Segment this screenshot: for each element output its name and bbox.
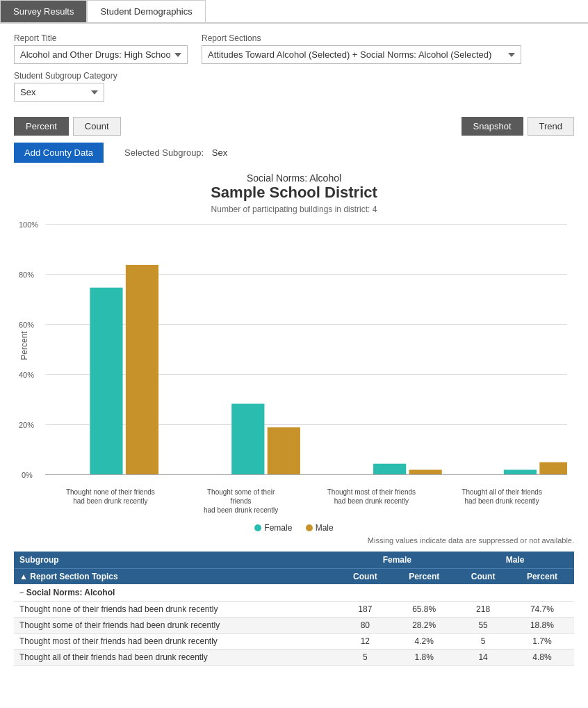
x-label-4: Thought all of their friendshad been dru… — [457, 488, 547, 515]
col-male-header: Male — [456, 552, 574, 569]
legend-male: Male — [306, 523, 334, 533]
report-section-title: Social Norms: Alcohol — [14, 172, 574, 184]
chart-area: Percent 100% 80% 60% 40% — [14, 217, 574, 516]
row2-female-pct: 28.2% — [392, 618, 456, 634]
trend-button[interactable]: Trend — [528, 117, 574, 136]
row1-male-count: 218 — [456, 602, 510, 618]
bar-group3-female — [373, 464, 406, 474]
selected-subgroup-value: Sex — [212, 147, 227, 158]
report-title-label: Report Title — [14, 33, 188, 43]
form-area: Report Title Alcohol and Other Drugs: Hi… — [0, 24, 588, 114]
report-subtitle: Number of participating buildings in dis… — [14, 204, 574, 214]
bar-group1-male — [126, 265, 158, 474]
row2-male-count: 55 — [456, 618, 510, 634]
y-label-0: 0% — [22, 471, 33, 479]
section-title-cell: − Social Norms: Alcohol — [14, 584, 574, 602]
sort-icon: ▲ — [19, 572, 28, 581]
report-district-name: Sample School District — [14, 184, 574, 202]
buttons-row: Percent Count Snapshot Trend — [0, 114, 588, 141]
collapse-icon[interactable]: − — [19, 588, 24, 597]
row2-topic: Thought some of their friends had been d… — [14, 618, 338, 634]
row2-female-count: 80 — [338, 618, 392, 634]
row3-topic: Thought most of their friends had been d… — [14, 634, 338, 650]
report-sections-label: Report Sections — [202, 33, 521, 43]
col-female-count: Count — [338, 569, 392, 585]
row4-male-count: 14 — [456, 650, 510, 666]
chart-container: Percent 100% 80% 60% 40% — [0, 217, 588, 535]
legend-female: Female — [254, 523, 292, 533]
chart-legend: Female Male — [14, 519, 574, 535]
x-axis-labels: Thought none of their friendshad been dr… — [45, 488, 567, 515]
bar-group2-female — [231, 404, 264, 474]
subgroup-select[interactable]: Sex — [14, 83, 104, 102]
legend-male-label: Male — [316, 523, 334, 533]
y-label-20: 20% — [19, 421, 34, 429]
row4-female-pct: 1.8% — [392, 650, 456, 666]
table-section-header: − Social Norms: Alcohol — [14, 584, 574, 602]
legend-male-dot — [306, 524, 313, 531]
tab-survey-results[interactable]: Survey Results — [0, 0, 87, 22]
subgroup-label: Student Subgroup Category — [14, 71, 117, 81]
table-row: Thought none of their friends had been d… — [14, 602, 574, 618]
row4-male-pct: 4.8% — [510, 650, 574, 666]
col-female-header: Female — [338, 552, 456, 569]
col-male-count: Count — [456, 569, 510, 585]
bar-group4-female — [504, 469, 537, 474]
chart-inner: 100% 80% 60% 40% 20% — [45, 224, 567, 474]
x-label-1: Thought none of their friendshad been dr… — [65, 488, 156, 515]
view-toggle-group: Percent Count — [14, 117, 121, 136]
row3-male-count: 5 — [456, 634, 510, 650]
bar-group4-male — [539, 462, 567, 474]
selected-subgroup-row: Selected Subgroup: Sex — [124, 147, 227, 158]
count-button[interactable]: Count — [73, 117, 121, 136]
bar-group3-male — [409, 469, 442, 474]
report-sections-select[interactable]: Attitudes Toward Alcohol (Selected) + So… — [202, 45, 521, 64]
row3-male-pct: 1.7% — [510, 634, 574, 650]
row1-female-pct: 65.8% — [392, 602, 456, 618]
table-row: Thought some of their friends had been d… — [14, 618, 574, 634]
chart-svg — [45, 224, 567, 474]
snapshot-trend-group: Snapshot Trend — [462, 117, 574, 136]
row3-female-count: 12 — [338, 634, 392, 650]
row3-female-pct: 4.2% — [392, 634, 456, 650]
row4-female-count: 5 — [338, 650, 392, 666]
selected-subgroup-label: Selected Subgroup: — [124, 147, 204, 158]
missing-note: Missing values indicate data are suppres… — [0, 535, 588, 547]
y-label-80: 80% — [19, 271, 34, 279]
snapshot-button[interactable]: Snapshot — [462, 117, 523, 136]
col-female-percent: Percent — [392, 569, 456, 585]
report-title-group: Report Title Alcohol and Other Drugs: Hi… — [14, 33, 188, 64]
y-label-40: 40% — [19, 371, 34, 379]
row2-male-pct: 18.8% — [510, 618, 574, 634]
report-sections-group: Report Sections Attitudes Toward Alcohol… — [202, 33, 521, 64]
y-label-100: 100% — [19, 220, 38, 229]
y-axis-label: Percent — [19, 331, 29, 360]
row1-topic: Thought none of their friends had been d… — [14, 602, 338, 618]
bar-group2-male — [268, 427, 300, 474]
row4-topic: Thought all of their friends had been dr… — [14, 650, 338, 666]
bar-group1-female — [90, 288, 122, 474]
report-title-select[interactable]: Alcohol and Other Drugs: High School — [14, 45, 188, 64]
percent-button[interactable]: Percent — [14, 117, 69, 136]
report-header: Social Norms: Alcohol Sample School Dist… — [0, 166, 588, 217]
add-county-button[interactable]: Add County Data — [14, 143, 104, 163]
col-subgroup: Subgroup — [14, 552, 338, 569]
tab-bar: Survey Results Student Demographics — [0, 0, 588, 24]
y-label-60: 60% — [19, 321, 34, 329]
row1-female-count: 187 — [338, 602, 392, 618]
tab-student-demographics[interactable]: Student Demographics — [87, 0, 205, 22]
legend-female-label: Female — [264, 523, 292, 533]
x-label-3: Thought most of their friendshad been dr… — [326, 488, 416, 515]
legend-female-dot — [254, 524, 261, 531]
col-male-percent: Percent — [510, 569, 574, 585]
col-topics: ▲ Report Section Topics — [14, 569, 338, 585]
x-label-2: Thought some of their friendshad been dr… — [196, 488, 286, 515]
table-row: Thought most of their friends had been d… — [14, 634, 574, 650]
row1-male-pct: 74.7% — [510, 602, 574, 618]
table-row: Thought all of their friends had been dr… — [14, 650, 574, 666]
subgroup-group: Student Subgroup Category Sex — [14, 71, 117, 102]
data-table: Subgroup Female Male ▲ Report Section To… — [14, 552, 574, 666]
